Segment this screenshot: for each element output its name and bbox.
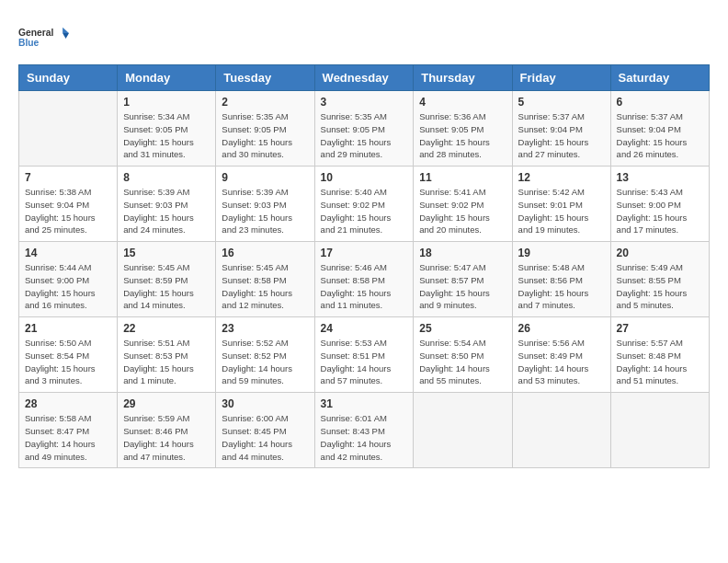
day-detail: Sunrise: 5:46 AMSunset: 8:58 PMDaylight:… xyxy=(321,262,392,310)
calendar-cell: 14Sunrise: 5:44 AMSunset: 9:00 PMDayligh… xyxy=(19,242,118,317)
day-number: 20 xyxy=(617,247,703,259)
header-day-sunday: Sunday xyxy=(19,65,118,91)
day-number: 29 xyxy=(123,397,210,410)
header: General Blue xyxy=(18,18,710,55)
day-number: 11 xyxy=(419,171,506,184)
day-detail: Sunrise: 5:40 AMSunset: 9:02 PMDaylight:… xyxy=(321,187,392,235)
day-number: 31 xyxy=(321,397,408,410)
day-detail: Sunrise: 5:48 AMSunset: 8:56 PMDaylight:… xyxy=(518,262,589,310)
calendar-cell: 31Sunrise: 6:01 AMSunset: 8:43 PMDayligh… xyxy=(314,393,414,468)
calendar-cell: 19Sunrise: 5:48 AMSunset: 8:56 PMDayligh… xyxy=(512,242,610,317)
calendar-cell: 9Sunrise: 5:39 AMSunset: 9:03 PMDaylight… xyxy=(216,167,314,242)
day-detail: Sunrise: 5:53 AMSunset: 8:51 PMDaylight:… xyxy=(321,338,392,385)
header-day-thursday: Thursday xyxy=(414,65,512,91)
day-detail: Sunrise: 5:45 AMSunset: 8:59 PMDaylight:… xyxy=(123,262,194,310)
calendar-body: 1Sunrise: 5:34 AMSunset: 9:05 PMDaylight… xyxy=(19,91,710,468)
day-detail: Sunrise: 5:44 AMSunset: 9:00 PMDaylight:… xyxy=(25,262,96,310)
week-row-3: 21Sunrise: 5:50 AMSunset: 8:54 PMDayligh… xyxy=(19,317,710,393)
calendar-cell: 24Sunrise: 5:53 AMSunset: 8:51 PMDayligh… xyxy=(314,317,414,393)
day-detail: Sunrise: 5:52 AMSunset: 8:52 PMDaylight:… xyxy=(222,338,292,385)
calendar-cell: 28Sunrise: 5:58 AMSunset: 8:47 PMDayligh… xyxy=(19,393,118,468)
day-detail: Sunrise: 5:35 AMSunset: 9:05 PMDaylight:… xyxy=(321,111,392,159)
day-number: 4 xyxy=(419,96,506,109)
day-detail: Sunrise: 5:37 AMSunset: 9:04 PMDaylight:… xyxy=(518,111,589,159)
logo-svg: General Blue xyxy=(18,18,69,55)
calendar-cell: 29Sunrise: 5:59 AMSunset: 8:46 PMDayligh… xyxy=(118,393,216,468)
day-number: 14 xyxy=(25,247,111,259)
day-number: 1 xyxy=(123,96,210,109)
day-detail: Sunrise: 6:01 AMSunset: 8:43 PMDaylight:… xyxy=(321,413,392,461)
calendar: SundayMondayTuesdayWednesdayThursdayFrid… xyxy=(18,64,710,468)
day-detail: Sunrise: 5:57 AMSunset: 8:48 PMDaylight:… xyxy=(617,338,688,385)
day-number: 6 xyxy=(617,96,703,109)
calendar-cell: 16Sunrise: 5:45 AMSunset: 8:58 PMDayligh… xyxy=(216,242,314,317)
calendar-cell: 15Sunrise: 5:45 AMSunset: 8:59 PMDayligh… xyxy=(118,242,216,317)
calendar-cell: 6Sunrise: 5:37 AMSunset: 9:04 PMDaylight… xyxy=(610,91,709,167)
header-row: SundayMondayTuesdayWednesdayThursdayFrid… xyxy=(19,65,710,91)
day-number: 3 xyxy=(321,96,408,109)
day-detail: Sunrise: 5:56 AMSunset: 8:49 PMDaylight:… xyxy=(518,338,589,385)
day-detail: Sunrise: 5:51 AMSunset: 8:53 PMDaylight:… xyxy=(123,338,194,385)
day-number: 28 xyxy=(25,397,111,410)
calendar-cell: 1Sunrise: 5:34 AMSunset: 9:05 PMDaylight… xyxy=(118,91,216,167)
day-number: 30 xyxy=(222,397,308,410)
svg-text:Blue: Blue xyxy=(18,38,40,48)
day-number: 2 xyxy=(222,96,308,109)
calendar-cell xyxy=(414,393,512,468)
day-number: 23 xyxy=(222,322,308,335)
calendar-cell: 25Sunrise: 5:54 AMSunset: 8:50 PMDayligh… xyxy=(414,317,512,393)
calendar-cell: 21Sunrise: 5:50 AMSunset: 8:54 PMDayligh… xyxy=(19,317,118,393)
week-row-4: 28Sunrise: 5:58 AMSunset: 8:47 PMDayligh… xyxy=(19,393,710,468)
header-day-monday: Monday xyxy=(118,65,216,91)
day-number: 26 xyxy=(518,322,605,335)
calendar-cell: 23Sunrise: 5:52 AMSunset: 8:52 PMDayligh… xyxy=(216,317,314,393)
day-number: 12 xyxy=(518,171,605,184)
day-detail: Sunrise: 5:43 AMSunset: 9:00 PMDaylight:… xyxy=(617,187,688,235)
day-detail: Sunrise: 6:00 AMSunset: 8:45 PMDaylight:… xyxy=(222,413,292,461)
calendar-cell: 22Sunrise: 5:51 AMSunset: 8:53 PMDayligh… xyxy=(118,317,216,393)
day-detail: Sunrise: 5:49 AMSunset: 8:55 PMDaylight:… xyxy=(617,262,688,310)
calendar-cell: 7Sunrise: 5:38 AMSunset: 9:04 PMDaylight… xyxy=(19,167,118,242)
day-detail: Sunrise: 5:36 AMSunset: 9:05 PMDaylight:… xyxy=(419,111,490,159)
day-number: 10 xyxy=(321,171,408,184)
svg-marker-2 xyxy=(63,28,69,33)
day-detail: Sunrise: 5:38 AMSunset: 9:04 PMDaylight:… xyxy=(25,187,96,235)
day-number: 22 xyxy=(123,322,210,335)
calendar-cell: 10Sunrise: 5:40 AMSunset: 9:02 PMDayligh… xyxy=(314,167,414,242)
calendar-cell: 26Sunrise: 5:56 AMSunset: 8:49 PMDayligh… xyxy=(512,317,610,393)
header-day-wednesday: Wednesday xyxy=(314,65,414,91)
svg-text:General: General xyxy=(18,28,53,38)
day-detail: Sunrise: 5:37 AMSunset: 9:04 PMDaylight:… xyxy=(617,111,688,159)
calendar-cell: 12Sunrise: 5:42 AMSunset: 9:01 PMDayligh… xyxy=(512,167,610,242)
header-day-friday: Friday xyxy=(512,65,610,91)
calendar-cell xyxy=(512,393,610,468)
calendar-cell: 27Sunrise: 5:57 AMSunset: 8:48 PMDayligh… xyxy=(610,317,709,393)
day-detail: Sunrise: 5:47 AMSunset: 8:57 PMDaylight:… xyxy=(419,262,490,310)
day-number: 13 xyxy=(617,171,703,184)
header-day-saturday: Saturday xyxy=(610,65,709,91)
calendar-cell: 3Sunrise: 5:35 AMSunset: 9:05 PMDaylight… xyxy=(314,91,414,167)
day-detail: Sunrise: 5:35 AMSunset: 9:05 PMDaylight:… xyxy=(222,111,292,159)
day-number: 7 xyxy=(25,171,111,184)
day-detail: Sunrise: 5:39 AMSunset: 9:03 PMDaylight:… xyxy=(123,187,194,235)
calendar-cell: 30Sunrise: 6:00 AMSunset: 8:45 PMDayligh… xyxy=(216,393,314,468)
day-detail: Sunrise: 5:45 AMSunset: 8:58 PMDaylight:… xyxy=(222,262,292,310)
calendar-cell: 5Sunrise: 5:37 AMSunset: 9:04 PMDaylight… xyxy=(512,91,610,167)
day-number: 17 xyxy=(321,247,408,259)
week-row-2: 14Sunrise: 5:44 AMSunset: 9:00 PMDayligh… xyxy=(19,242,710,317)
day-number: 21 xyxy=(25,322,111,335)
day-number: 8 xyxy=(123,171,210,184)
calendar-cell xyxy=(610,393,709,468)
day-detail: Sunrise: 5:54 AMSunset: 8:50 PMDaylight:… xyxy=(419,338,490,385)
day-number: 9 xyxy=(222,171,308,184)
calendar-cell: 17Sunrise: 5:46 AMSunset: 8:58 PMDayligh… xyxy=(314,242,414,317)
calendar-cell: 2Sunrise: 5:35 AMSunset: 9:05 PMDaylight… xyxy=(216,91,314,167)
day-number: 18 xyxy=(419,247,506,259)
day-detail: Sunrise: 5:34 AMSunset: 9:05 PMDaylight:… xyxy=(123,111,194,159)
day-number: 15 xyxy=(123,247,210,259)
logo: General Blue xyxy=(18,18,69,55)
calendar-cell: 18Sunrise: 5:47 AMSunset: 8:57 PMDayligh… xyxy=(414,242,512,317)
calendar-cell: 11Sunrise: 5:41 AMSunset: 9:02 PMDayligh… xyxy=(414,167,512,242)
calendar-cell xyxy=(19,91,118,167)
day-number: 24 xyxy=(321,322,408,335)
